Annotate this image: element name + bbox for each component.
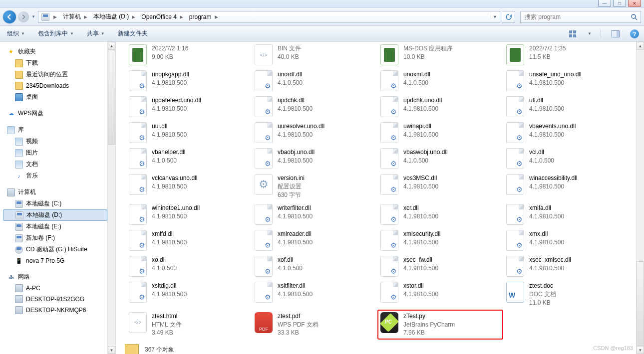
pdf-icon: PDF bbox=[255, 312, 273, 333]
close-button[interactable]: ✕ bbox=[628, 0, 641, 7]
file-item[interactable]: PDFztest.pdfWPS PDF 文档33.3 KB bbox=[252, 310, 377, 340]
sidebar-desktopnk[interactable]: DESKTOP-NKRMQP6 bbox=[3, 305, 107, 316]
file-item[interactable]: unordf.dll4.1.0.500 bbox=[252, 68, 377, 94]
file-item[interactable]: wininetbe1.uno.dll4.1.9810.500 bbox=[126, 201, 252, 227]
sidebar-music[interactable]: ♪音乐 bbox=[3, 170, 107, 181]
file-item[interactable]: xof.dll4.1.0.500 bbox=[252, 253, 377, 279]
file-item[interactable]: zTest.pyJetBrains PyCharm7.96 KB bbox=[377, 310, 503, 340]
maximize-button[interactable]: □ bbox=[613, 0, 626, 7]
sidebar-apc[interactable]: A-PC bbox=[3, 283, 107, 294]
libraries-header[interactable]: 库 bbox=[3, 124, 107, 136]
file-item[interactable]: updchk.dll4.1.9810.500 bbox=[252, 94, 377, 120]
organize-button[interactable]: 组织▼ bbox=[5, 28, 27, 39]
sidebar-drive-e[interactable]: 本地磁盘 (E:) bbox=[3, 221, 107, 232]
new-folder-button[interactable]: 新建文件夹 bbox=[116, 28, 150, 39]
forward-button[interactable] bbox=[18, 11, 29, 22]
history-dropdown[interactable]: ▼ bbox=[31, 14, 36, 19]
scroll-down-button[interactable]: ▼ bbox=[108, 346, 115, 354]
share-button[interactable]: 共享▼ bbox=[85, 28, 107, 39]
file-item[interactable]: updchk.uno.dll4.1.9810.500 bbox=[377, 94, 503, 120]
file-item[interactable]: ztest.htmlHTML 文件3.49 KB bbox=[126, 310, 252, 340]
file-item[interactable]: xsltfilter.dll4.1.9810.500 bbox=[252, 279, 377, 309]
file-item[interactable]: vbaevents.uno.dll4.1.9810.500 bbox=[503, 120, 629, 146]
network-header[interactable]: 🖧网络 bbox=[3, 271, 107, 283]
search-icon[interactable] bbox=[631, 13, 638, 20]
file-item[interactable]: vcl.dll4.1.0.500 bbox=[503, 146, 629, 172]
view-options-button[interactable] bbox=[568, 28, 579, 39]
breadcrumb-openoffice[interactable]: OpenOffice 4▶ bbox=[138, 11, 186, 22]
file-item[interactable]: vclcanvas.uno.dll4.1.9810.500 bbox=[126, 172, 252, 201]
include-in-library-button[interactable]: 包含到库中▼ bbox=[36, 28, 76, 39]
back-button[interactable] bbox=[3, 10, 16, 23]
favorites-header[interactable]: ★收藏夹 bbox=[3, 46, 107, 57]
file-item[interactable]: xmlsecurity.dll4.1.9810.500 bbox=[377, 227, 503, 253]
breadcrumb-root-arrow[interactable]: ▶ bbox=[50, 11, 60, 22]
file-item[interactable]: utl.dll4.1.9810.500 bbox=[503, 94, 629, 120]
file-item[interactable]: xmlreader.dll4.1.9810.500 bbox=[252, 227, 377, 253]
sidebar-downloads[interactable]: 下载 bbox=[3, 57, 107, 69]
file-item[interactable]: MS-DOS 应用程序10.0 KB bbox=[377, 42, 503, 68]
address-bar[interactable]: ▶ 计算机▶ 本地磁盘 (D:)▶ OpenOffice 4▶ program▶… bbox=[38, 11, 500, 23]
file-item[interactable]: uui.dll4.1.9810.500 bbox=[126, 120, 252, 146]
view-options-dropdown[interactable]: ▼ bbox=[588, 31, 592, 36]
minimize-button[interactable]: — bbox=[598, 0, 611, 7]
sidebar-documents[interactable]: 文档 bbox=[3, 159, 107, 170]
file-item[interactable]: xstor.dll4.1.9810.500 bbox=[377, 279, 503, 309]
scroll-down-button[interactable]: ▼ bbox=[637, 346, 644, 354]
file-item[interactable]: xsec_xmlsec.dll4.1.9810.500 bbox=[503, 253, 629, 279]
file-item[interactable]: xsltdlg.dll4.1.9810.500 bbox=[126, 279, 252, 309]
file-item[interactable]: vbahelper.dll4.1.0.500 bbox=[126, 146, 252, 172]
file-item[interactable]: ztest.docDOC 文档11.0 KB bbox=[503, 279, 629, 309]
breadcrumb-computer[interactable]: 计算机▶ bbox=[60, 11, 90, 22]
file-item[interactable]: xsec_fw.dll4.1.9810.500 bbox=[377, 253, 503, 279]
search-box[interactable] bbox=[520, 11, 641, 23]
sidebar-desktop[interactable]: 桌面 bbox=[3, 91, 107, 103]
file-item[interactable]: unoxml.dll4.1.0.500 bbox=[377, 68, 503, 94]
sidebar-recent[interactable]: 最近访问的位置 bbox=[3, 69, 107, 80]
file-item[interactable]: xo.dll4.1.0.500 bbox=[126, 253, 252, 279]
file-item[interactable]: vos3MSC.dll4.1.9810.500 bbox=[377, 172, 503, 201]
address-dropdown[interactable]: ▼ bbox=[491, 14, 499, 19]
file-item[interactable]: unsafe_uno_uno.dll4.1.9810.500 bbox=[503, 68, 629, 94]
help-button[interactable]: ? bbox=[630, 29, 639, 38]
file-item[interactable]: BIN 文件40.0 KB bbox=[252, 42, 377, 68]
scroll-thumb[interactable] bbox=[108, 50, 115, 145]
sidebar-drive-g[interactable]: CD 驱动器 (G:) HiSuite bbox=[3, 244, 107, 255]
file-item[interactable]: winaccessibility.dll4.1.9810.500 bbox=[503, 172, 629, 201]
file-item[interactable]: vbaswobj.uno.dll4.1.0.500 bbox=[377, 146, 503, 172]
preview-pane-button[interactable] bbox=[610, 28, 621, 39]
refresh-button[interactable] bbox=[502, 11, 515, 23]
file-item[interactable]: updatefeed.uno.dll4.1.9810.500 bbox=[126, 94, 252, 120]
file-item[interactable]: 2022/7/2 1:169.00 KB bbox=[126, 42, 252, 68]
file-item[interactable]: vbaobj.uno.dll4.1.9810.500 bbox=[252, 146, 377, 172]
file-item[interactable]: xmlfa.dll4.1.9810.500 bbox=[503, 201, 629, 227]
computer-header[interactable]: 计算机 bbox=[3, 186, 107, 198]
sidebar-2345downloads[interactable]: 2345Downloads bbox=[3, 80, 107, 91]
file-item[interactable]: uuresolver.uno.dll4.1.9810.500 bbox=[252, 120, 377, 146]
breadcrumb-program[interactable]: program▶ bbox=[186, 11, 221, 22]
sidebar-drive-c[interactable]: 本地磁盘 (C:) bbox=[3, 198, 107, 209]
scroll-up-button[interactable]: ▲ bbox=[637, 42, 644, 50]
file-item[interactable]: xcr.dll4.1.9810.500 bbox=[377, 201, 503, 227]
sidebar-scrollbar[interactable]: ▲ ▼ bbox=[107, 42, 115, 354]
file-item[interactable]: xmlfd.dll4.1.9810.500 bbox=[126, 227, 252, 253]
main-scrollbar[interactable]: ▲ ▼ bbox=[636, 42, 644, 354]
libraries-group: 库 视频 图片 文档 ♪音乐 bbox=[3, 124, 107, 181]
file-item[interactable]: writerfilter.dll4.1.9810.500 bbox=[252, 201, 377, 227]
file-item[interactable]: xmx.dll4.1.9810.500 bbox=[503, 227, 629, 253]
sidebar-phone[interactable]: 📱nova 7 Pro 5G bbox=[3, 255, 107, 266]
sidebar-desktop91[interactable]: DESKTOP-91S2GGG bbox=[3, 294, 107, 305]
sidebar-drive-f[interactable]: 新加卷 (F:) bbox=[3, 232, 107, 244]
breadcrumb-drive-d[interactable]: 本地磁盘 (D:)▶ bbox=[90, 11, 138, 22]
sidebar-drive-d[interactable]: 本地磁盘 (D:) bbox=[3, 209, 107, 221]
file-item[interactable]: unopkgapp.dll4.1.9810.500 bbox=[126, 68, 252, 94]
file-item[interactable]: 2022/7/2 1:3511.5 KB bbox=[503, 42, 629, 68]
file-item[interactable]: version.ini配置设置630 字节 bbox=[252, 172, 377, 201]
scroll-thumb[interactable] bbox=[637, 261, 644, 346]
scroll-up-button[interactable]: ▲ bbox=[108, 42, 115, 50]
sidebar-wps[interactable]: ☁WPS网盘 bbox=[3, 108, 107, 119]
file-item[interactable]: uwinapi.dll4.1.9810.500 bbox=[377, 120, 503, 146]
sidebar-videos[interactable]: 视频 bbox=[3, 136, 107, 147]
sidebar-pictures[interactable]: 图片 bbox=[3, 147, 107, 159]
search-input[interactable] bbox=[524, 13, 631, 21]
